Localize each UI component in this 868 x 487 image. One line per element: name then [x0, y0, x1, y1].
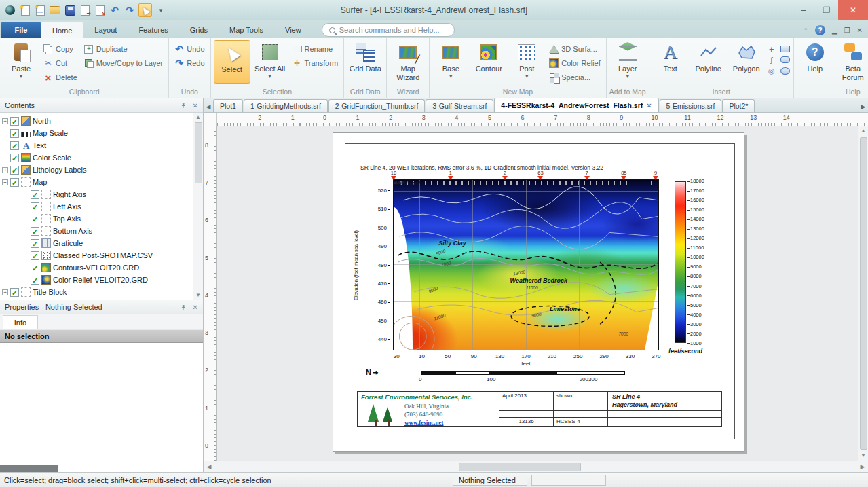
tree-item[interactable]: + Lithology Labels — [2, 164, 203, 176]
tree-item[interactable]: − Map — [2, 176, 203, 188]
clipboard-small-button[interactable]: Move/Copy to Layer — [81, 57, 166, 69]
tree-item[interactable]: Right Axis — [2, 188, 203, 200]
tree-item-label[interactable]: Top Axis — [53, 215, 81, 223]
tree-item[interactable]: Left Axis — [2, 200, 203, 213]
qat-icon[interactable] — [124, 4, 136, 16]
help-icon[interactable]: ? — [815, 25, 825, 35]
horizontal-scroll-thumb[interactable] — [459, 463, 581, 471]
tree-item-label[interactable]: Lithology Labels — [33, 166, 87, 174]
map-wizard-button[interactable]: Map Wizard — [390, 40, 426, 84]
qat-icon[interactable] — [4, 4, 16, 16]
insert-shape-button[interactable] — [766, 55, 777, 65]
tree-checkbox[interactable] — [31, 215, 39, 223]
insert-shape-button[interactable] — [766, 66, 777, 75]
tree-item[interactable]: + North — [2, 115, 203, 127]
new-map-small-button[interactable]: Specia... — [546, 71, 603, 84]
scroll-left-icon[interactable]: ◀ — [204, 463, 214, 470]
tree-item-label[interactable]: Graticule — [53, 239, 83, 247]
collapse-ribbon-icon[interactable]: ⌃ — [803, 27, 808, 34]
qat-icon[interactable] — [64, 4, 76, 16]
contents-scrollbar[interactable]: ▲ ▼ — [193, 113, 203, 300]
tree-item-label[interactable]: Map Scale — [33, 129, 68, 137]
paste-button[interactable]: Paste▾ — [3, 40, 39, 84]
tree-item[interactable]: Bottom Axis — [2, 225, 203, 237]
pin-icon[interactable]: 🖈 — [181, 102, 187, 109]
vertical-scrollbar[interactable]: ▲ ▼ — [858, 126, 868, 461]
tree-item-label[interactable]: Bottom Axis — [53, 227, 92, 235]
panel-resize-grip[interactable] — [0, 465, 58, 472]
tabs-scroll-left-icon[interactable]: ◀ — [204, 103, 213, 112]
tree-checkbox[interactable] — [10, 178, 19, 187]
tab-layout[interactable]: Layout — [83, 22, 128, 38]
doc-minimize-icon[interactable]: ▁ — [832, 26, 837, 34]
search-input[interactable]: Search commands and Help... — [322, 23, 455, 37]
tree-item-label[interactable]: North — [33, 117, 51, 125]
doc-restore-icon[interactable]: ❐ — [844, 26, 850, 34]
qat-icon[interactable] — [79, 4, 91, 16]
minimize-icon[interactable]: – — [792, 0, 815, 20]
clipboard-small-button[interactable]: Delete — [41, 71, 80, 84]
tab-grids[interactable]: Grids — [179, 22, 219, 38]
tree-expander[interactable]: + — [2, 167, 8, 173]
qat-icon[interactable] — [94, 4, 106, 16]
tree-item[interactable]: Graticule — [2, 237, 203, 249]
tab-features[interactable]: Features — [128, 22, 178, 38]
tree-checkbox[interactable] — [31, 202, 39, 211]
layer-button[interactable]: Layer▾ — [609, 40, 646, 84]
doctab-plot1[interactable]: Plot1 — [213, 99, 243, 112]
tree-expander[interactable]: + — [2, 118, 8, 124]
map-scale-bar[interactable] — [421, 371, 625, 375]
tree-item-label[interactable]: Title Block — [33, 288, 67, 296]
qat-icon[interactable] — [155, 4, 167, 16]
tree-expander[interactable]: + — [2, 289, 8, 295]
tree-item[interactable]: Classed Post-SHOTMAP.CSV — [2, 249, 203, 261]
selection-small-button[interactable]: Transform — [290, 57, 341, 69]
doctab-fessrkarst-active[interactable]: 4-FESSRkarst-4_AndrewForrest_Flash.srf ✕ — [494, 98, 658, 112]
velocity-map[interactable]: 1263785910 Silty ClayWeathered BedrockLi… — [393, 179, 659, 350]
tree-checkbox[interactable] — [31, 239, 39, 248]
doctab-gulf-stream[interactable]: 3-Gulf Stream.srf — [426, 99, 493, 112]
tab-home[interactable]: Home — [41, 22, 83, 38]
tree-checkbox[interactable] — [10, 154, 19, 162]
tree-item[interactable]: Text — [2, 139, 203, 151]
clipboard-small-button[interactable]: Copy — [41, 43, 80, 55]
close-icon[interactable]: ✕ — [838, 0, 868, 20]
tree-item-label[interactable]: Left Axis — [53, 202, 81, 211]
color-scale-bar[interactable] — [675, 181, 686, 343]
tree-item[interactable]: Map Scale — [2, 127, 203, 139]
tabs-scroll-right-icon[interactable]: ▶ — [858, 103, 868, 112]
tab-view[interactable]: View — [274, 22, 312, 38]
tab-close-icon[interactable]: ✕ — [646, 102, 652, 109]
clipboard-small-button[interactable]: Cut — [41, 57, 80, 69]
doctab-emissions[interactable]: 5-Emissions.srf — [660, 99, 722, 112]
undo-redo-button[interactable]: Redo — [172, 57, 207, 69]
tree-item-label[interactable]: Color Relief-VELOIT20.GRD — [53, 276, 148, 284]
qat-icon[interactable] — [19, 4, 31, 16]
grid-data-button[interactable]: Grid Data — [347, 40, 383, 84]
tree-item[interactable]: Top Axis — [2, 213, 203, 225]
tree-checkbox[interactable] — [10, 166, 19, 175]
selection-small-button[interactable]: Rename — [290, 43, 341, 55]
restore-icon[interactable]: ❐ — [815, 0, 838, 20]
scroll-right-icon[interactable]: ▶ — [857, 463, 868, 470]
lithology-label[interactable]: Limestone — [550, 306, 580, 312]
tree-checkbox[interactable] — [31, 264, 39, 272]
tree-item-label[interactable]: Contours-VELOIT20.GRD — [53, 264, 139, 272]
tree-item-label[interactable]: Text — [33, 141, 46, 149]
qat-icon[interactable] — [34, 4, 46, 16]
tree-checkbox[interactable] — [31, 276, 39, 285]
doc-close-icon[interactable]: ✕ — [857, 26, 863, 34]
insert-shape-button[interactable] — [780, 55, 791, 65]
tree-checkbox[interactable] — [10, 141, 19, 150]
base-map-button[interactable]: Base▾ — [432, 40, 469, 84]
contour-map-button[interactable]: Contour — [470, 40, 507, 84]
tree-item-label[interactable]: Map — [33, 178, 47, 186]
undo-redo-button[interactable]: Undo — [172, 43, 207, 55]
qat-icon[interactable] — [109, 4, 121, 16]
help-group-button[interactable]: Beta Forum — [835, 40, 868, 84]
close-panel-icon[interactable]: ✕ — [193, 304, 198, 311]
plot-page[interactable]: SR Line 4, 20 WET iterations, RMS error … — [333, 132, 744, 452]
clipboard-small-button[interactable]: Duplicate — [81, 43, 166, 55]
select-button[interactable]: Select — [214, 40, 250, 84]
qat-icon[interactable] — [138, 3, 152, 17]
